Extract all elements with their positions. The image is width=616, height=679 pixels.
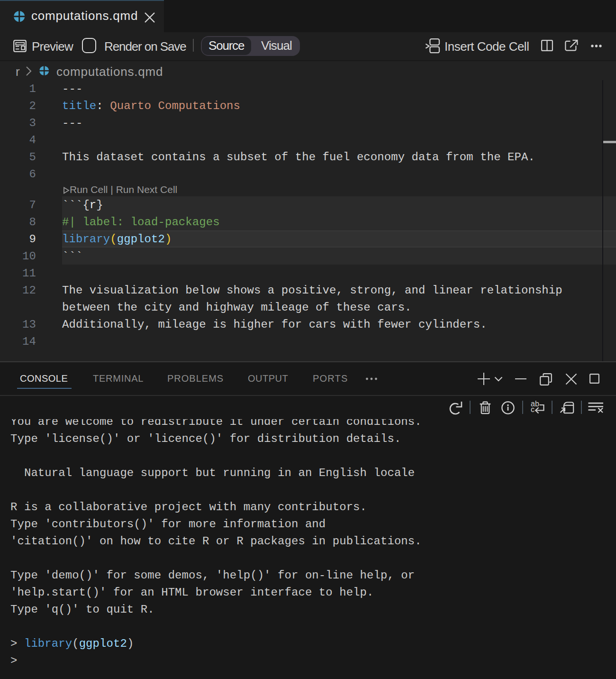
svg-text:c: c bbox=[531, 405, 534, 413]
